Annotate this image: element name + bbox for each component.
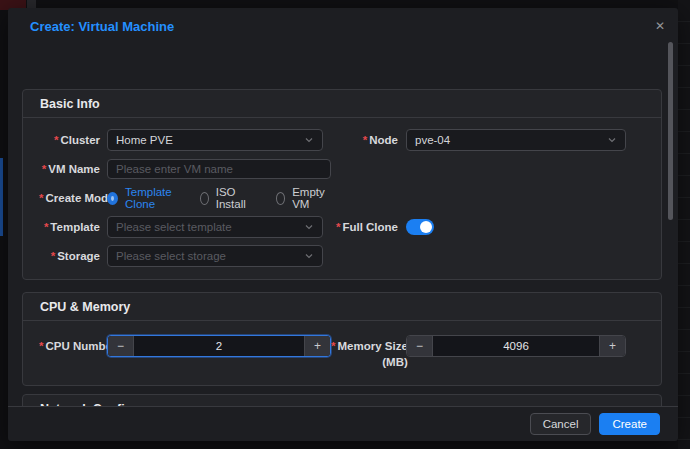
cpu-number-label: *CPU Number xyxy=(39,335,100,357)
chevron-down-icon xyxy=(304,222,314,232)
required-mark: * xyxy=(331,338,335,370)
toggle-knob xyxy=(420,221,432,233)
section-cpu-memory: CPU & Memory *CPU Number − + * Memory Si… xyxy=(22,292,662,386)
dialog-title: Create: Virtual Machine xyxy=(30,19,174,34)
storage-placeholder: Please select storage xyxy=(116,250,304,262)
radio-label: ISO Install xyxy=(216,186,250,210)
row-create-mode: *Create Mode Template Clone ISO Install xyxy=(39,187,649,209)
memory-size-label: * Memory Size (MB) xyxy=(331,335,398,370)
radio-iso-install[interactable]: ISO Install xyxy=(200,186,250,210)
vm-name-label: *VM Name xyxy=(39,158,100,180)
dialog-footer: Cancel Create xyxy=(8,406,678,441)
background-table-rows xyxy=(678,0,690,449)
close-icon[interactable]: ✕ xyxy=(650,16,670,36)
cpu-number-input[interactable] xyxy=(134,336,304,356)
template-placeholder: Please select template xyxy=(116,221,304,233)
increment-button[interactable]: + xyxy=(599,336,625,356)
required-mark: * xyxy=(336,221,340,233)
required-mark: * xyxy=(363,134,367,146)
radio-unselected-icon xyxy=(200,192,209,205)
full-clone-cell xyxy=(406,216,626,235)
required-mark: * xyxy=(54,134,58,146)
node-label: *Node xyxy=(331,129,398,151)
background-active-nav-strip xyxy=(0,158,3,236)
row-storage: *Storage Please select storage xyxy=(39,245,649,267)
radio-unselected-icon xyxy=(276,192,285,205)
required-mark: * xyxy=(44,221,48,233)
node-value: pve-04 xyxy=(415,134,607,146)
radio-label: Template Clone xyxy=(125,186,174,210)
dialog-body[interactable]: Basic Info *Cluster Home PVE *Node pve-0… xyxy=(8,42,678,406)
memory-size-stepper: − + xyxy=(406,335,626,357)
row-vm-name: *VM Name xyxy=(39,158,649,180)
template-select[interactable]: Please select template xyxy=(107,216,323,238)
section-title-network-config: Network Config xyxy=(23,395,661,406)
node-select[interactable]: pve-04 xyxy=(406,129,626,151)
memory-size-label-lines: Memory Size (MB) xyxy=(337,338,407,370)
radio-selected-icon xyxy=(107,192,118,205)
create-mode-radio-group: Template Clone ISO Install Empty VM xyxy=(107,187,323,209)
template-label: *Template xyxy=(39,216,100,238)
required-mark: * xyxy=(51,250,55,262)
section-title-basic-info: Basic Info xyxy=(23,90,661,118)
row-cluster-node: *Cluster Home PVE *Node pve-04 xyxy=(39,129,649,151)
radio-label: Empty VM xyxy=(292,186,328,210)
section-title-cpu-memory: CPU & Memory xyxy=(23,293,661,321)
full-clone-label: *Full Clone xyxy=(331,216,398,238)
cpu-number-stepper: − + xyxy=(107,335,331,357)
chevron-down-icon xyxy=(607,135,617,145)
radio-template-clone[interactable]: Template Clone xyxy=(107,186,174,210)
required-mark: * xyxy=(42,163,46,175)
chevron-down-icon xyxy=(304,135,314,145)
storage-select[interactable]: Please select storage xyxy=(107,245,323,267)
required-mark: * xyxy=(39,340,43,352)
cluster-value: Home PVE xyxy=(116,134,304,146)
cancel-button[interactable]: Cancel xyxy=(530,413,592,435)
create-button[interactable]: Create xyxy=(599,413,660,435)
full-clone-toggle[interactable] xyxy=(406,219,434,235)
chevron-down-icon xyxy=(304,251,314,261)
section-basic-info: Basic Info *Cluster Home PVE *Node pve-0… xyxy=(22,89,662,280)
cluster-label: *Cluster xyxy=(39,129,100,151)
storage-label: *Storage xyxy=(39,245,100,267)
decrement-button[interactable]: − xyxy=(407,336,433,356)
radio-empty-vm[interactable]: Empty VM xyxy=(276,186,329,210)
cluster-select[interactable]: Home PVE xyxy=(107,129,323,151)
create-mode-label: *Create Mode xyxy=(39,187,100,209)
vm-name-input[interactable] xyxy=(107,159,331,179)
required-mark: * xyxy=(39,192,43,204)
section-network-config: Network Config xyxy=(22,394,662,406)
increment-button[interactable]: + xyxy=(304,336,330,356)
decrement-button[interactable]: − xyxy=(108,336,134,356)
memory-size-input[interactable] xyxy=(433,336,599,356)
row-cpu-memory: *CPU Number − + * Memory Size (MB) xyxy=(39,335,649,370)
screen: Create: Virtual Machine ✕ Basic Info *Cl… xyxy=(0,0,690,449)
create-vm-dialog: Create: Virtual Machine ✕ Basic Info *Cl… xyxy=(8,8,678,441)
row-template-fullclone: *Template Please select template *Full C… xyxy=(39,216,649,238)
scrollbar-thumb[interactable] xyxy=(668,42,673,220)
